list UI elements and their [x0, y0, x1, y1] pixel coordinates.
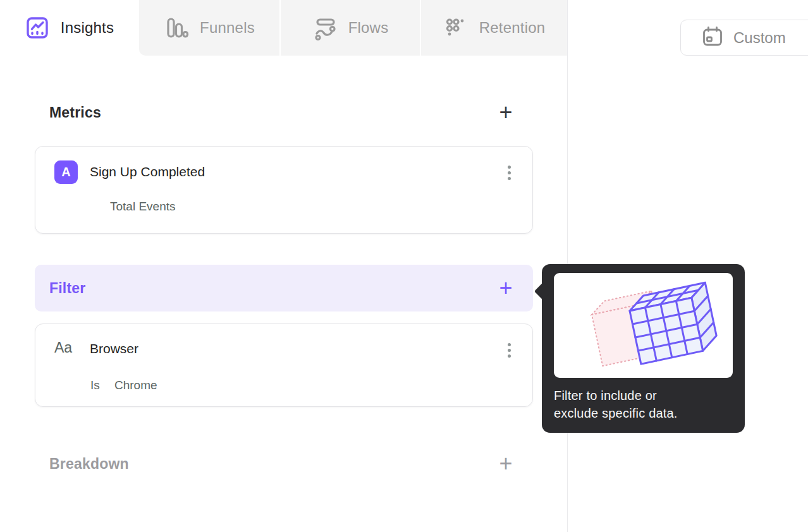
flows-stream-icon — [312, 15, 338, 40]
add-filter-button[interactable]: + — [495, 277, 517, 299]
kebab-menu-icon[interactable] — [501, 159, 517, 186]
text-property-icon: Aa — [54, 339, 72, 356]
tab-label: Funnels — [200, 19, 255, 37]
metrics-section-header: Metrics + — [35, 102, 533, 123]
filter-help-tooltip: Filter to include orexclude specific dat… — [542, 264, 745, 433]
metric-aggregation[interactable]: Total Events — [110, 200, 176, 214]
insights-chart-icon — [25, 15, 50, 40]
metric-card[interactable]: A Sign Up Completed Total Events — [35, 146, 533, 234]
tooltip-text: Filter to include orexclude specific dat… — [554, 387, 678, 422]
metrics-title: Metrics — [49, 104, 101, 121]
filter-operator[interactable]: Is — [90, 378, 100, 392]
tab-label: Retention — [479, 19, 546, 37]
tab-insights[interactable]: Insights — [0, 0, 138, 56]
filter-cube-illustration — [554, 273, 733, 378]
custom-date-range-button[interactable]: Custom — [680, 20, 808, 56]
breakdown-title: Breakdown — [49, 456, 129, 473]
metric-series-badge: A — [54, 160, 78, 184]
filter-property-name[interactable]: Browser — [90, 341, 138, 356]
tab-flows[interactable]: Flows — [281, 0, 420, 56]
filter-title: Filter — [49, 280, 85, 297]
calendar-icon — [701, 25, 724, 51]
retention-dots-icon — [443, 15, 468, 40]
tab-label: Flows — [348, 19, 389, 37]
tab-label: Insights — [61, 19, 114, 37]
add-breakdown-button[interactable]: + — [495, 453, 517, 475]
tab-retention[interactable]: Retention — [421, 0, 567, 56]
tooltip-arrow — [534, 282, 552, 300]
insights-report-builder: { "colors": { "accent_purple": "#7856FF"… — [0, 0, 808, 532]
filter-value[interactable]: Chrome — [114, 378, 157, 392]
metric-event-name[interactable]: Sign Up Completed — [90, 164, 205, 179]
tab-funnels[interactable]: Funnels — [139, 0, 279, 56]
funnels-bars-icon — [164, 15, 189, 40]
add-metric-button[interactable]: + — [495, 102, 517, 123]
kebab-menu-icon[interactable] — [501, 337, 517, 363]
breakdown-section-header: Breakdown + — [35, 453, 533, 475]
custom-button-label: Custom — [733, 29, 786, 47]
filter-card[interactable]: Aa Browser Is Chrome — [35, 323, 533, 407]
filter-section-header[interactable]: Filter + — [35, 265, 533, 311]
